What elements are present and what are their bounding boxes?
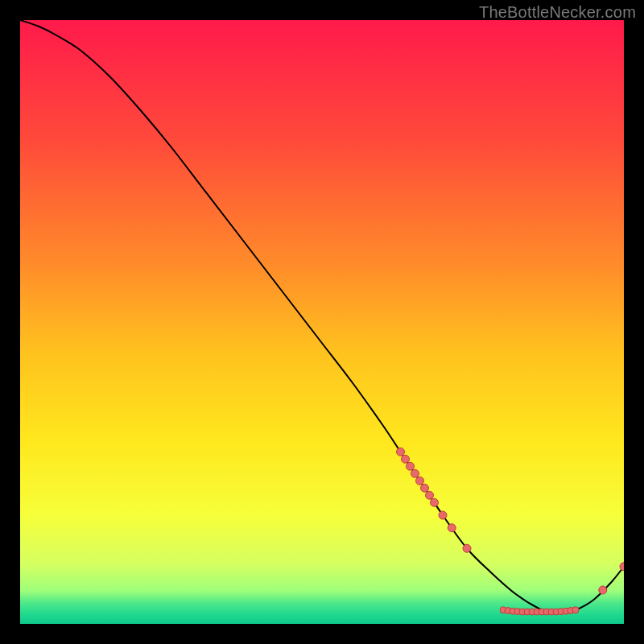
data-marker xyxy=(426,491,434,499)
attribution-text: TheBottleNecker.com xyxy=(479,3,636,22)
data-marker xyxy=(416,477,424,485)
chart-stage: TheBottleNecker.com xyxy=(0,0,644,644)
plot-area xyxy=(20,20,624,624)
bottleneck-chart xyxy=(20,20,624,624)
data-marker xyxy=(421,484,429,492)
data-marker xyxy=(402,455,410,463)
data-marker xyxy=(407,462,415,470)
data-marker xyxy=(463,544,471,552)
data-marker xyxy=(439,511,447,519)
data-marker xyxy=(431,498,439,506)
data-marker xyxy=(599,586,607,594)
data-marker xyxy=(397,448,405,456)
data-marker xyxy=(411,469,419,477)
gradient-background xyxy=(20,20,624,624)
data-marker xyxy=(572,607,579,613)
data-marker xyxy=(448,524,456,532)
